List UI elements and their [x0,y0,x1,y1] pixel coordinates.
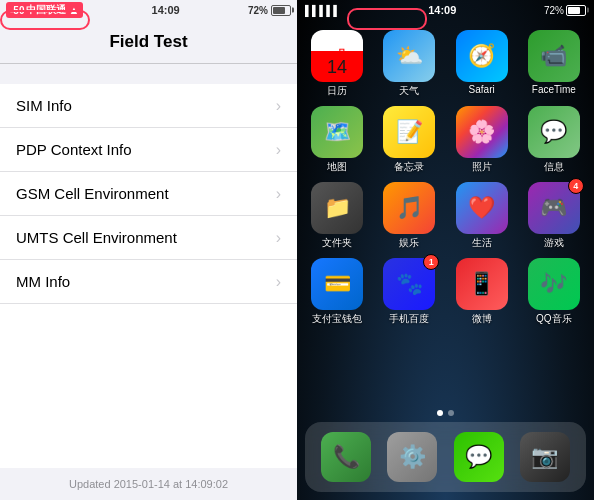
status-left: -50 中国联通 ▲ [6,2,83,18]
status-bar-right: ▌▌▌▌▌ 14:09 72% [297,0,594,20]
menu-label-mm: MM Info [16,273,70,290]
dock-icon-camera[interactable]: 📷 [520,432,570,482]
app-icon-facetime[interactable]: 📹 [528,30,580,82]
app-icon-baidu[interactable]: 🐾 1 [383,258,435,310]
menu-label-pdp: PDP Context Info [16,141,132,158]
app-label-safari: Safari [469,84,495,95]
app-cell-maps[interactable]: 🗺️ 地图 [306,106,368,174]
app-label-messages: 信息 [544,160,564,174]
battery-percent-left: 72% [248,5,268,16]
chevron-gsm: › [276,185,281,203]
app-icon-games[interactable]: 🎮 4 [528,182,580,234]
footer-timestamp: Updated 2015-01-14 at 14:09:02 [0,468,297,500]
menu-item-gsm[interactable]: GSM Cell Environment › [0,172,297,216]
right-signal: ▌▌▌▌▌ [305,5,340,16]
app-label-files: 文件夹 [322,236,352,250]
app-label-notes: 备忘录 [394,160,424,174]
wifi-icon: ▲ [68,4,79,16]
app-label-weibo: 微博 [472,312,492,326]
battery-fill-right [568,7,580,14]
dot-1 [437,410,443,416]
carrier-name: 中国联通 [26,3,66,17]
app-icon-photos[interactable]: 🌸 [456,106,508,158]
app-label-qqmusic: QQ音乐 [536,312,572,326]
right-battery-pct: 72% [544,5,564,16]
app-cell-files[interactable]: 📁 文件夹 [306,182,368,250]
updated-text: Updated 2015-01-14 at 14:09:02 [69,478,228,490]
menu-item-mm[interactable]: MM Info › [0,260,297,304]
app-cell-calendar[interactable]: 一月 14 日历 [306,30,368,98]
right-battery: 72% [544,5,586,16]
app-icon-weather[interactable]: ⛅ [383,30,435,82]
right-panel: ▌▌▌▌▌ 14:09 72% 一月 14 日历 ⛅ 天气 [297,0,594,500]
app-cell-life[interactable]: ❤️ 生活 [451,182,513,250]
app-icon-qqmusic[interactable]: 🎶 [528,258,580,310]
dot-2 [448,410,454,416]
app-icon-life[interactable]: ❤️ [456,182,508,234]
dock-icon-settings[interactable]: ⚙️ [387,432,437,482]
status-right-left: 72% [248,5,291,16]
app-cell-baidu[interactable]: 🐾 1 手机百度 [378,258,440,326]
app-row-4: 💳 支付宝钱包 🐾 1 手机百度 📱 微博 🎶 QQ音乐 [301,256,590,328]
badge-games: 4 [568,178,584,194]
app-cell-facetime[interactable]: 📹 FaceTime [523,30,585,98]
app-cell-notes[interactable]: 📝 备忘录 [378,106,440,174]
app-label-weather: 天气 [399,84,419,98]
app-cell-qqmusic[interactable]: 🎶 QQ音乐 [523,258,585,326]
chevron-sim: › [276,97,281,115]
app-label-baidu: 手机百度 [389,312,429,326]
menu-label-gsm: GSM Cell Environment [16,185,169,202]
dock-icon-phone[interactable]: 📞 [321,432,371,482]
menu-label-umts: UMTS Cell Environment [16,229,177,246]
left-panel: -50 中国联通 ▲ 14:09 72% Field Test SIM Info… [0,0,297,500]
app-label-games: 游戏 [544,236,564,250]
page-title: Field Test [109,32,187,52]
badge-baidu: 1 [423,254,439,270]
app-label-photos: 照片 [472,160,492,174]
menu-item-pdp[interactable]: PDP Context Info › [0,128,297,172]
app-label-alipay: 支付宝钱包 [312,312,362,326]
battery-icon-left [271,5,291,16]
app-cell-weibo[interactable]: 📱 微博 [451,258,513,326]
app-label-calendar: 日历 [327,84,347,98]
dock: 📞 ⚙️ 💬 📷 [305,422,586,492]
app-icon-maps[interactable]: 🗺️ [311,106,363,158]
menu-item-umts[interactable]: UMTS Cell Environment › [0,216,297,260]
status-time-left: 14:09 [152,4,180,16]
app-icon-safari[interactable]: 🧭 [456,30,508,82]
app-icon-ent[interactable]: 🎵 [383,182,435,234]
nav-bar: Field Test [0,20,297,64]
app-icon-calendar[interactable]: 一月 14 [311,30,363,82]
app-icon-notes[interactable]: 📝 [383,106,435,158]
app-cell-messages[interactable]: 💬 信息 [523,106,585,174]
right-time: 14:09 [428,4,456,16]
dock-icon-wechat[interactable]: 💬 [454,432,504,482]
app-grid: 一月 14 日历 ⛅ 天气 🧭 Safari 📹 FaceTime 🗺️ [297,20,594,406]
app-cell-games[interactable]: 🎮 4 游戏 [523,182,585,250]
page-dots [297,406,594,420]
app-icon-alipay[interactable]: 💳 [311,258,363,310]
app-label-ent: 娱乐 [399,236,419,250]
chevron-mm: › [276,273,281,291]
signal-value: -50 [10,5,24,16]
app-cell-alipay[interactable]: 💳 支付宝钱包 [306,258,368,326]
app-row-3: 📁 文件夹 🎵 娱乐 ❤️ 生活 🎮 4 游戏 [301,180,590,252]
menu-item-sim[interactable]: SIM Info › [0,84,297,128]
app-icon-files[interactable]: 📁 [311,182,363,234]
signal-highlight: -50 中国联通 ▲ [6,2,83,18]
battery-fill-left [273,7,285,14]
app-cell-weather[interactable]: ⛅ 天气 [378,30,440,98]
right-bars: ▌▌▌▌▌ [305,5,340,16]
menu-list: SIM Info › PDP Context Info › GSM Cell E… [0,84,297,500]
app-cell-safari[interactable]: 🧭 Safari [451,30,513,98]
app-cell-photos[interactable]: 🌸 照片 [451,106,513,174]
app-icon-messages[interactable]: 💬 [528,106,580,158]
chevron-pdp: › [276,141,281,159]
status-bar-left: -50 中国联通 ▲ 14:09 72% [0,0,297,20]
app-cell-ent[interactable]: 🎵 娱乐 [378,182,440,250]
app-icon-weibo[interactable]: 📱 [456,258,508,310]
menu-label-sim: SIM Info [16,97,72,114]
app-label-facetime: FaceTime [532,84,576,95]
app-row-1: 一月 14 日历 ⛅ 天气 🧭 Safari 📹 FaceTime [301,28,590,100]
battery-icon-right [566,5,586,16]
